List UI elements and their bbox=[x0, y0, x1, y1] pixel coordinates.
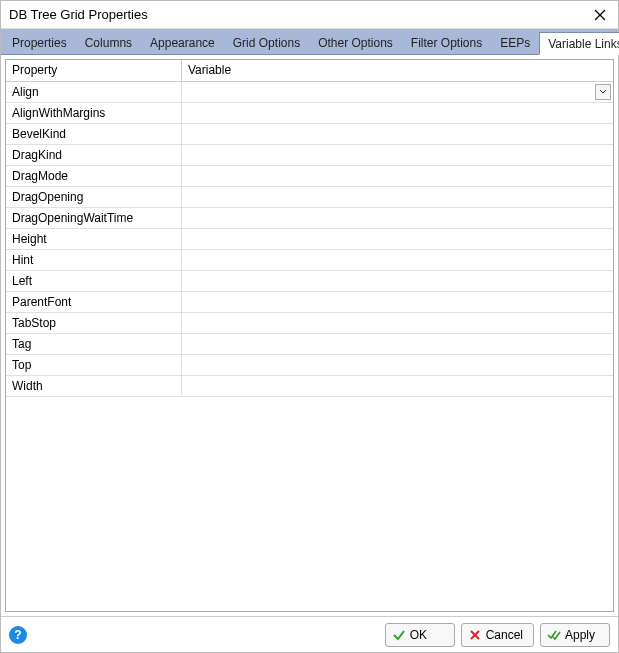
tab-properties[interactable]: Properties bbox=[3, 31, 76, 54]
variable-cell[interactable] bbox=[182, 187, 613, 207]
table-row[interactable]: Top bbox=[6, 355, 613, 376]
column-header-variable[interactable]: Variable bbox=[182, 60, 613, 81]
window-title: DB Tree Grid Properties bbox=[9, 7, 590, 22]
property-cell: ParentFont bbox=[6, 292, 182, 312]
content-area: Property Variable AlignAlignWithMarginsB… bbox=[1, 55, 618, 616]
tab-columns[interactable]: Columns bbox=[76, 31, 141, 54]
property-cell: TabStop bbox=[6, 313, 182, 333]
table-row[interactable]: DragMode bbox=[6, 166, 613, 187]
cancel-label: Cancel bbox=[486, 628, 523, 642]
variable-cell[interactable] bbox=[182, 229, 613, 249]
tab-variable-links[interactable]: Variable Links bbox=[539, 32, 619, 55]
table-row[interactable]: TabStop bbox=[6, 313, 613, 334]
property-cell: DragMode bbox=[6, 166, 182, 186]
table-row[interactable]: Left bbox=[6, 271, 613, 292]
apply-label: Apply bbox=[565, 628, 595, 642]
close-icon bbox=[594, 9, 606, 21]
property-cell: DragOpening bbox=[6, 187, 182, 207]
variable-cell[interactable] bbox=[182, 166, 613, 186]
variable-cell[interactable] bbox=[182, 313, 613, 333]
property-cell: Hint bbox=[6, 250, 182, 270]
property-cell: DragKind bbox=[6, 145, 182, 165]
variable-cell[interactable] bbox=[182, 250, 613, 270]
property-cell: Align bbox=[6, 82, 182, 102]
table-row[interactable]: ParentFont bbox=[6, 292, 613, 313]
property-cell: BevelKind bbox=[6, 124, 182, 144]
variable-cell[interactable] bbox=[182, 271, 613, 291]
tab-grid-options[interactable]: Grid Options bbox=[224, 31, 309, 54]
property-cell: Width bbox=[6, 376, 182, 396]
property-cell: Left bbox=[6, 271, 182, 291]
variable-cell[interactable] bbox=[182, 292, 613, 312]
ok-label: OK bbox=[410, 628, 427, 642]
apply-button[interactable]: Apply bbox=[540, 623, 610, 647]
ok-button[interactable]: OK bbox=[385, 623, 455, 647]
table-row[interactable]: AlignWithMargins bbox=[6, 103, 613, 124]
column-header-property[interactable]: Property bbox=[6, 60, 182, 81]
tab-eeps[interactable]: EEPs bbox=[491, 31, 539, 54]
tab-other-options[interactable]: Other Options bbox=[309, 31, 402, 54]
help-button[interactable]: ? bbox=[9, 626, 27, 644]
table-row[interactable]: Width bbox=[6, 376, 613, 397]
tab-bar: PropertiesColumnsAppearanceGrid OptionsO… bbox=[1, 29, 618, 55]
table-row[interactable]: Align bbox=[6, 82, 613, 103]
property-cell: Tag bbox=[6, 334, 182, 354]
property-cell: DragOpeningWaitTime bbox=[6, 208, 182, 228]
chevron-down-icon bbox=[599, 89, 607, 95]
variable-cell[interactable] bbox=[182, 124, 613, 144]
property-grid: Property Variable AlignAlignWithMarginsB… bbox=[5, 59, 614, 612]
table-row[interactable]: DragOpeningWaitTime bbox=[6, 208, 613, 229]
variable-cell[interactable] bbox=[182, 103, 613, 123]
property-cell: Height bbox=[6, 229, 182, 249]
cancel-icon bbox=[468, 628, 482, 642]
property-cell: AlignWithMargins bbox=[6, 103, 182, 123]
footer: ? OK Cancel Apply bbox=[1, 616, 618, 652]
variable-cell[interactable] bbox=[182, 355, 613, 375]
property-cell: Top bbox=[6, 355, 182, 375]
tab-filter-options[interactable]: Filter Options bbox=[402, 31, 491, 54]
variable-cell[interactable] bbox=[182, 208, 613, 228]
table-row[interactable]: Hint bbox=[6, 250, 613, 271]
dialog-window: DB Tree Grid Properties PropertiesColumn… bbox=[0, 0, 619, 653]
titlebar: DB Tree Grid Properties bbox=[1, 1, 618, 29]
variable-cell[interactable] bbox=[182, 145, 613, 165]
tab-appearance[interactable]: Appearance bbox=[141, 31, 224, 54]
apply-icon bbox=[547, 628, 561, 642]
variable-cell[interactable] bbox=[182, 334, 613, 354]
table-row[interactable]: Height bbox=[6, 229, 613, 250]
grid-header: Property Variable bbox=[6, 60, 613, 82]
close-button[interactable] bbox=[590, 5, 610, 25]
grid-body: AlignAlignWithMarginsBevelKindDragKindDr… bbox=[6, 82, 613, 611]
table-row[interactable]: DragKind bbox=[6, 145, 613, 166]
check-icon bbox=[392, 628, 406, 642]
variable-dropdown-button[interactable] bbox=[595, 84, 611, 100]
cancel-button[interactable]: Cancel bbox=[461, 623, 534, 647]
variable-cell[interactable] bbox=[182, 82, 613, 102]
table-row[interactable]: DragOpening bbox=[6, 187, 613, 208]
table-row[interactable]: BevelKind bbox=[6, 124, 613, 145]
table-row[interactable]: Tag bbox=[6, 334, 613, 355]
variable-cell[interactable] bbox=[182, 376, 613, 396]
